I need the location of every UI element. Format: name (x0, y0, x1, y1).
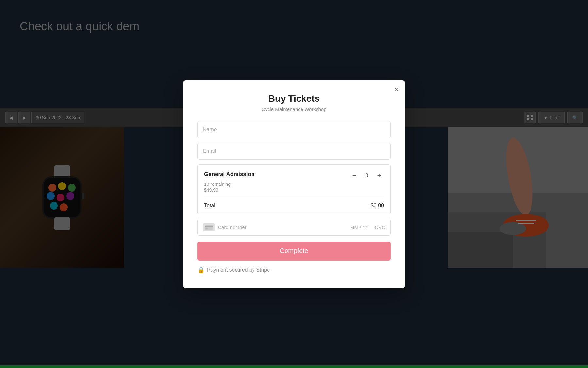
ticket-divider (204, 198, 384, 198)
modal-overlay: × Buy Tickets Cycle Maintenance Workshop… (0, 0, 588, 368)
ticket-quantity: 0 (364, 172, 370, 179)
ticket-name: General Admission (204, 171, 254, 178)
increment-button[interactable]: + (375, 171, 384, 180)
name-input[interactable] (197, 121, 391, 138)
svg-rect-28 (205, 228, 208, 229)
modal-subtitle: Cycle Maintenance Workshop (197, 106, 391, 112)
lock-icon: 🔒 (197, 266, 204, 274)
card-cvc-placeholder: CVC (375, 224, 385, 230)
ticket-remaining: 10 remaining (204, 182, 384, 187)
ticket-total-row: Total $0.00 (204, 203, 384, 209)
total-label: Total (204, 203, 215, 209)
buy-tickets-modal: × Buy Tickets Cycle Maintenance Workshop… (183, 80, 405, 288)
total-value: $0.00 (371, 203, 384, 209)
email-input[interactable] (197, 143, 391, 160)
decrement-button[interactable]: − (350, 171, 359, 180)
card-expiry-placeholder: MM / YY (350, 224, 369, 230)
ticket-section: General Admission − 0 + 10 remaining $49… (197, 164, 391, 214)
ticket-price: $49.99 (204, 187, 384, 193)
card-icon (203, 223, 215, 231)
card-number-placeholder: Card number (218, 224, 347, 230)
payment-secured-text: Payment secured by Stripe (207, 267, 270, 273)
card-input-section[interactable]: Card number MM / YY CVC (197, 219, 391, 236)
complete-button[interactable]: Complete (197, 242, 391, 261)
ticket-counter: − 0 + (350, 171, 384, 180)
payment-secured: 🔒 Payment secured by Stripe (197, 266, 391, 274)
svg-rect-27 (205, 226, 213, 227)
close-button[interactable]: × (394, 86, 399, 93)
modal-title: Buy Tickets (197, 93, 391, 104)
ticket-header: General Admission − 0 + (204, 171, 384, 180)
